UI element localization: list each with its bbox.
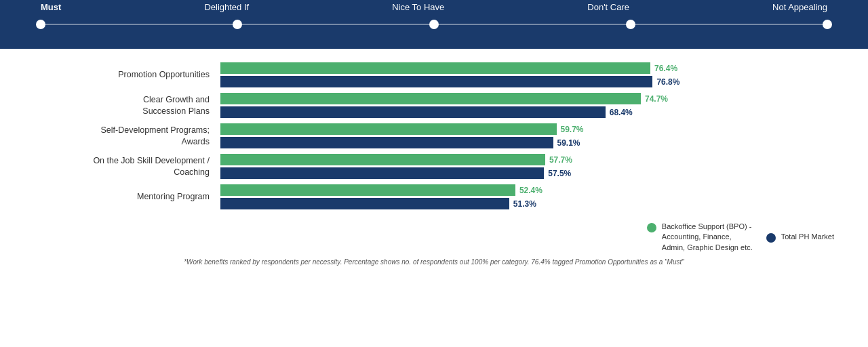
- slider-dot-2[interactable]: [429, 20, 439, 29]
- slider-label-must: Must: [41, 2, 61, 12]
- chart-row-2: Self-Development Programs; Awards59.7%59…: [27, 123, 841, 148]
- row-label-2: Self-Development Programs; Awards: [27, 125, 220, 147]
- bar-navy-1: [220, 106, 606, 118]
- bars-group-1: 74.7%68.4%: [220, 93, 841, 118]
- bar-value-navy-1: 68.4%: [610, 108, 633, 117]
- chart-row-4: Mentoring Program52.4%51.3%: [27, 184, 841, 209]
- bar-value-green-0: 76.4%: [654, 64, 677, 73]
- slider-dot-1[interactable]: [233, 20, 242, 29]
- slider-dot-4[interactable]: [823, 20, 832, 29]
- bars-group-4: 52.4%51.3%: [220, 184, 841, 209]
- bar-value-navy-0: 76.8%: [656, 77, 679, 87]
- legend-label-navy: Total PH Market: [781, 232, 834, 242]
- legend-label-green: Backoffice Support (BPO) - Accounting, F…: [662, 222, 753, 253]
- bar-navy-2: [220, 137, 553, 148]
- footer-note: *Work benefits ranked by respondents per…: [27, 258, 841, 266]
- bar-green-1: [220, 93, 641, 104]
- chart-row-1: Clear Growth and Succession Plans74.7%68…: [27, 93, 841, 118]
- legend-dot-green: [647, 223, 656, 232]
- bar-value-green-4: 52.4%: [519, 186, 542, 195]
- legend-item-navy: Total PH Market: [766, 232, 834, 243]
- bar-value-green-3: 57.7%: [549, 155, 572, 165]
- slider-labels: Must Delighted If Nice To Have Don't Car…: [41, 2, 827, 12]
- bars-group-0: 76.4%76.8%: [220, 62, 841, 87]
- legend-item-green: Backoffice Support (BPO) - Accounting, F…: [647, 222, 753, 253]
- bar-value-navy-2: 59.1%: [557, 138, 580, 148]
- bar-navy-0: [220, 76, 652, 87]
- chart-row-0: Promotion Opportunities76.4%76.8%: [27, 62, 841, 87]
- bar-green-2: [220, 123, 557, 135]
- bar-value-green-1: 74.7%: [645, 94, 668, 104]
- legend-dot-navy: [766, 233, 776, 243]
- bar-green-3: [220, 154, 545, 165]
- row-label-1: Clear Growth and Succession Plans: [27, 94, 220, 117]
- row-label-4: Mentoring Program: [27, 191, 220, 202]
- bars-group-3: 57.7%57.5%: [220, 154, 841, 179]
- chart-area: Promotion Opportunities76.4%76.8%Clear G…: [27, 62, 841, 215]
- bar-value-navy-3: 57.5%: [548, 169, 571, 178]
- slider-label-delighted: Delighted If: [204, 2, 249, 12]
- bar-navy-3: [220, 167, 544, 179]
- bars-group-2: 59.7%59.1%: [220, 123, 841, 148]
- bar-green-0: [220, 62, 650, 74]
- bar-value-navy-4: 51.3%: [513, 199, 536, 209]
- slider-dot-3[interactable]: [626, 20, 635, 29]
- bar-navy-4: [220, 198, 509, 209]
- row-label-3: On the Job Skill Development / Coaching: [27, 155, 220, 178]
- bar-value-green-2: 59.7%: [561, 125, 584, 134]
- slider-label-notappealing: Not Appealing: [772, 2, 827, 12]
- slider-track[interactable]: [41, 24, 827, 25]
- row-label-0: Promotion Opportunities: [27, 69, 220, 80]
- bar-green-4: [220, 184, 515, 196]
- slider-label-nice: Nice To Have: [392, 2, 444, 12]
- chart-container: Promotion Opportunities76.4%76.8%Clear G…: [0, 49, 868, 269]
- chart-row-3: On the Job Skill Development / Coaching5…: [27, 154, 841, 179]
- slider-dot-0[interactable]: [36, 20, 45, 29]
- header-slider: Must Delighted If Nice To Have Don't Car…: [0, 0, 868, 49]
- slider-label-dontcare: Don't Care: [587, 2, 629, 12]
- chart-legend: Backoffice Support (BPO) - Accounting, F…: [27, 222, 841, 253]
